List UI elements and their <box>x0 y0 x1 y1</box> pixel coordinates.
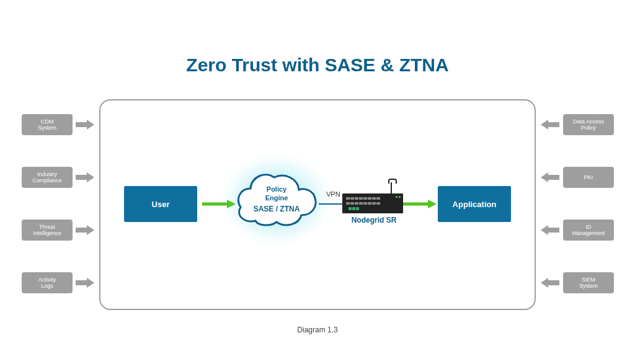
svg-rect-10 <box>548 175 559 180</box>
arrow-right-icon <box>76 225 94 235</box>
svg-marker-1 <box>87 120 94 130</box>
diagram-caption: Diagram 1.3 <box>0 326 635 334</box>
application-label: Application <box>453 200 497 209</box>
arrow-left-icon <box>541 120 559 130</box>
device-label: Nodegrid SR <box>340 216 408 224</box>
arrow-right-icon <box>76 172 94 182</box>
flow-row: User Policy Engine SASE / ZTNA VPN Nodeg… <box>124 174 511 248</box>
svg-rect-0 <box>76 122 87 127</box>
right-input-box: SIEMSystem <box>563 272 614 293</box>
arrow-right-icon <box>76 278 94 288</box>
nodegrid-device-icon <box>342 193 403 213</box>
left-input-box: CDMSystem <box>22 114 73 135</box>
right-input-box: IDManagement <box>563 220 614 241</box>
user-node: User <box>124 186 197 222</box>
diagram-title: Zero Trust with SASE & ZTNA <box>0 55 635 76</box>
right-input-box: PKI <box>563 167 614 188</box>
svg-rect-2 <box>76 175 87 180</box>
arrow-device-to-app <box>403 200 437 208</box>
svg-rect-6 <box>76 280 87 285</box>
cloud-node: Policy Engine SASE / ZTNA <box>233 162 320 237</box>
arrow-left-icon <box>541 172 559 182</box>
svg-marker-9 <box>541 120 548 130</box>
svg-rect-8 <box>548 122 559 127</box>
arrow-left-icon <box>541 278 559 288</box>
arrow-left-icon <box>541 225 559 235</box>
svg-marker-5 <box>87 225 94 235</box>
svg-marker-13 <box>541 225 548 235</box>
arrow-right-icon <box>76 120 94 130</box>
svg-rect-4 <box>76 228 87 233</box>
user-label: User <box>152 200 170 209</box>
svg-marker-7 <box>87 278 94 288</box>
svg-marker-3 <box>87 172 94 182</box>
svg-marker-15 <box>541 278 548 288</box>
right-input-box: Data AccessPolicy <box>563 114 614 135</box>
left-input-box: ActivityLogs <box>22 272 73 293</box>
vpn-label: VPN <box>326 190 340 198</box>
left-input-box: IndustryCompliance <box>22 167 73 188</box>
svg-rect-14 <box>548 280 559 285</box>
application-node: Application <box>438 186 511 222</box>
svg-marker-11 <box>541 172 548 182</box>
svg-rect-12 <box>548 228 559 233</box>
cloud-label-sase-ztna: SASE / ZTNA <box>233 205 320 215</box>
device-antenna-icon <box>391 182 392 195</box>
cloud-label-engine: Engine <box>233 193 320 202</box>
vpn-link-line <box>319 203 345 205</box>
cloud-label-policy: Policy <box>233 185 320 193</box>
svg-marker-19 <box>428 200 437 208</box>
left-input-box: ThreatIntelligence <box>22 220 73 241</box>
